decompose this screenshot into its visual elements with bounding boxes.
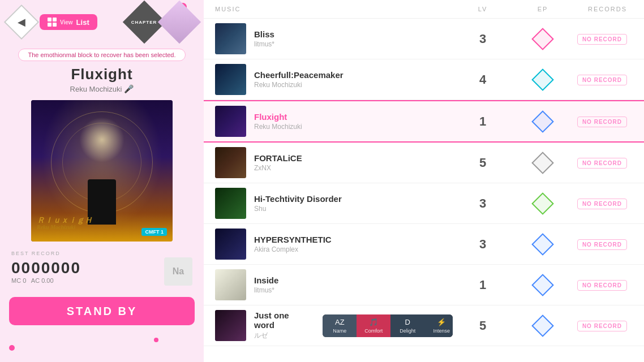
top-navigation: ◀ View List CHAPTER [0,0,204,44]
lv-value: 5 [453,156,513,170]
records-cell: NO RECORD [573,239,633,250]
table-row[interactable]: Cheerfull:Peacemaker Reku Mochizuki 4 NO… [204,59,644,100]
diamond-blue-icon [531,233,554,256]
song-artist: ZxNX [254,164,302,172]
song-name: Hi-Techtivity Disorder [254,194,342,204]
no-record-badge: NO RECORD [577,158,627,169]
table-row[interactable]: Hi-Techtivity Disorder Shu 3 NO RECORD [204,183,644,224]
ep-cell [513,196,573,212]
song-artist: Shu [254,205,342,213]
best-record-row: 0000000 MC 0 AC 0.00 Na [11,257,192,286]
list-label: List [76,18,89,27]
no-record-badge: NO RECORD [577,199,627,209]
right-panel: MUSIC LV EP RECORDS Bliss litmus* 3 NO R… [204,0,644,362]
song-title: Fluxight [71,66,132,83]
thumbnail-fortalice [215,147,246,178]
song-name: Inside [254,275,278,285]
lv-value: 3 [453,196,513,211]
table-row[interactable]: FORTALiCE ZxNX 5 NO RECORD [204,143,644,183]
music-info: Bliss litmus* [215,23,453,54]
lv-value: 1 [453,114,513,129]
records-cell: NO RECORD [573,320,633,331]
song-artist: Reku Mochizuki [254,123,302,131]
song-name: Just one word [254,311,309,330]
ep-cell [513,277,573,293]
lv-value: 5 [453,318,513,333]
cmft-badge: CMFT 1 [141,228,167,236]
diamond-green-icon [531,192,554,215]
comfort-sort-icon: 🎵 [364,318,383,326]
ep-cell [513,236,573,252]
header-lv: LV [453,6,513,12]
no-record-badge: NO RECORD [577,239,627,250]
back-button[interactable]: ◀ [4,5,39,40]
no-record-badge: NO RECORD [577,75,627,85]
intense-sort-icon: ⚡ [432,318,450,326]
records-cell: NO RECORD [573,33,633,45]
thumbnail-inside [215,269,246,300]
song-artist: Akira Complex [254,245,332,253]
artist-name: Reku Mochizuki [70,85,122,93]
music-info: FORTALiCE ZxNX [215,147,453,178]
no-record-badge: NO RECORD [577,117,627,127]
table-row-selected[interactable]: Fluxight Reku Mochizuki 1 NO RECORD [204,100,644,143]
music-info: Fluxight Reku Mochizuki [215,106,453,137]
music-info: Inside litmus* [215,269,453,300]
table-row[interactable]: HYPERSYNTHETIC Akira Complex 3 NO RECORD [204,224,644,265]
comfort-sort-label: Comfort [364,328,383,334]
view-label: View [60,19,73,25]
diamond-gray-icon [531,152,554,174]
left-panel: ◀ View List CHAPTER The emothionmal bloc… [0,0,204,362]
song-artist: litmus* [254,286,278,294]
song-name: FORTALiCE [254,153,302,163]
music-info: HYPERSYNTHETIC Akira Complex [215,229,453,260]
records-cell: NO RECORD [573,74,633,85]
thumbnail-hypersynthetic [215,229,246,260]
chapter-label: CHAPTER [131,19,157,24]
thumbnail-cheerfull [215,64,246,95]
view-list-button[interactable]: View List [40,14,97,30]
song-artist: ルゼ [254,331,309,341]
header-records: RECORDS [573,6,633,12]
best-record-label: BEST RECORD [11,251,192,256]
ep-cell [513,114,573,130]
table-row[interactable]: Inside litmus* 1 NO RECORD [204,265,644,305]
sort-tab-name[interactable]: AZ Name [323,314,357,337]
album-art: ＲｌｕｘｉｇＨ Reku Mochizuki CMFT 1 [31,100,173,242]
diamond-pink-icon [531,28,554,50]
avatar-diamond [158,1,201,44]
ep-cell [513,72,573,88]
music-info: Cheerfull:Peacemaker Reku Mochizuki [215,64,453,95]
delight-sort-label: Delight [400,328,415,334]
music-info: Hi-Techtivity Disorder Shu [215,188,453,219]
decorative-dot-bottom-left [9,345,15,351]
best-record-meta: MC 0 AC 0.00 [11,277,81,284]
song-artist-row: Reku Mochizuki 🎤 [70,84,134,93]
table-row[interactable]: Bliss litmus* 3 NO RECORD [204,19,644,59]
music-info: Just one word ルゼ AZ Name 🎵 Comfort D Del… [215,310,453,341]
song-name: Fluxight [254,112,302,122]
best-record-section: BEST RECORD 0000000 MC 0 AC 0.00 Na [0,246,204,290]
table-row-justoneword[interactable]: Just one word ルゼ AZ Name 🎵 Comfort D Del… [204,305,644,346]
best-record-score: 0000000 [11,259,81,277]
diamond-blue-icon [531,314,554,337]
song-artist: litmus* [254,40,274,48]
song-name: HYPERSYNTHETIC [254,235,332,244]
sort-tab-intense[interactable]: ⚡ Intense [424,314,453,337]
sort-tab-delight[interactable]: D Delight [390,314,424,337]
name-sort-icon: AZ [330,318,349,326]
ep-cell [513,155,573,171]
stand-by-button[interactable]: STAND BY [9,297,195,325]
diamond-teal-icon [531,68,554,91]
thumbnail-hitechtivity [215,188,246,219]
no-record-badge: NO RECORD [577,321,627,331]
no-record-badge: NO RECORD [577,34,627,45]
info-banner: The emothionmal block to recover has bee… [18,49,185,61]
lv-value: 4 [453,72,513,87]
intense-sort-label: Intense [433,328,450,334]
song-artist: Reku Mochizuki [254,81,344,89]
mic-icon: 🎤 [124,84,134,93]
sort-tab-comfort[interactable]: 🎵 Comfort [357,314,390,337]
song-name: Cheerfull:Peacemaker [254,70,344,80]
records-cell: NO RECORD [573,157,633,169]
